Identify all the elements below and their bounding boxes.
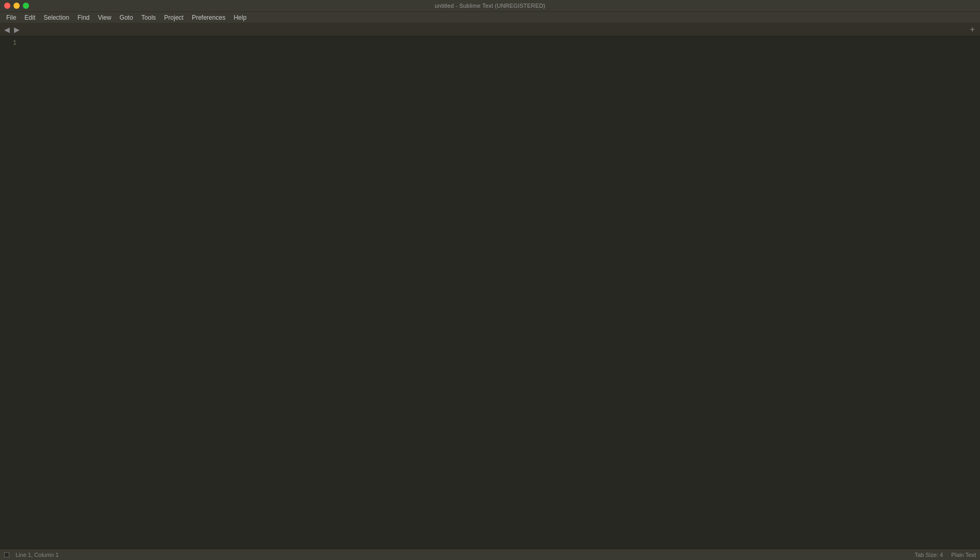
title-bar: untitled - Sublime Text (UNREGISTERED) <box>0 0 980 11</box>
menu-project[interactable]: Project <box>160 13 188 22</box>
status-bar: Line 1, Column 1 Tab Size: 4 Plain Text <box>0 549 980 560</box>
indent-checkbox[interactable] <box>4 552 9 557</box>
editor-container: 1 <box>0 36 980 549</box>
menu-help[interactable]: Help <box>230 13 251 22</box>
menu-selection[interactable]: Selection <box>39 13 73 22</box>
tab-bar: ◀ ▶ + <box>0 23 980 36</box>
editor-textarea[interactable] <box>21 36 980 549</box>
maximize-button[interactable] <box>23 3 29 9</box>
menu-preferences[interactable]: Preferences <box>188 13 230 22</box>
tab-nav-right-icon[interactable]: ▶ <box>12 25 22 34</box>
menu-edit[interactable]: Edit <box>20 13 39 22</box>
tab-size[interactable]: Tab Size: 4 <box>915 552 943 558</box>
syntax-label[interactable]: Plain Text <box>951 552 976 558</box>
cursor-position[interactable]: Line 1, Column 1 <box>16 552 59 558</box>
status-left: Line 1, Column 1 <box>4 552 59 558</box>
close-button[interactable] <box>4 3 10 9</box>
menu-find[interactable]: Find <box>73 13 93 22</box>
menu-view[interactable]: View <box>94 13 116 22</box>
window-controls <box>4 3 29 9</box>
menu-goto[interactable]: Goto <box>116 13 137 22</box>
line-number-1: 1 <box>0 38 17 48</box>
tab-nav-left-icon[interactable]: ◀ <box>2 25 12 34</box>
line-numbers: 1 <box>0 36 21 549</box>
window-title: untitled - Sublime Text (UNREGISTERED) <box>435 3 545 9</box>
status-right: Tab Size: 4 Plain Text <box>915 552 976 558</box>
menu-file[interactable]: File <box>2 13 20 22</box>
tab-add-button[interactable]: + <box>968 25 977 34</box>
menu-tools[interactable]: Tools <box>137 13 160 22</box>
menu-bar: File Edit Selection Find View Goto Tools… <box>0 11 980 23</box>
minimize-button[interactable] <box>13 3 20 9</box>
